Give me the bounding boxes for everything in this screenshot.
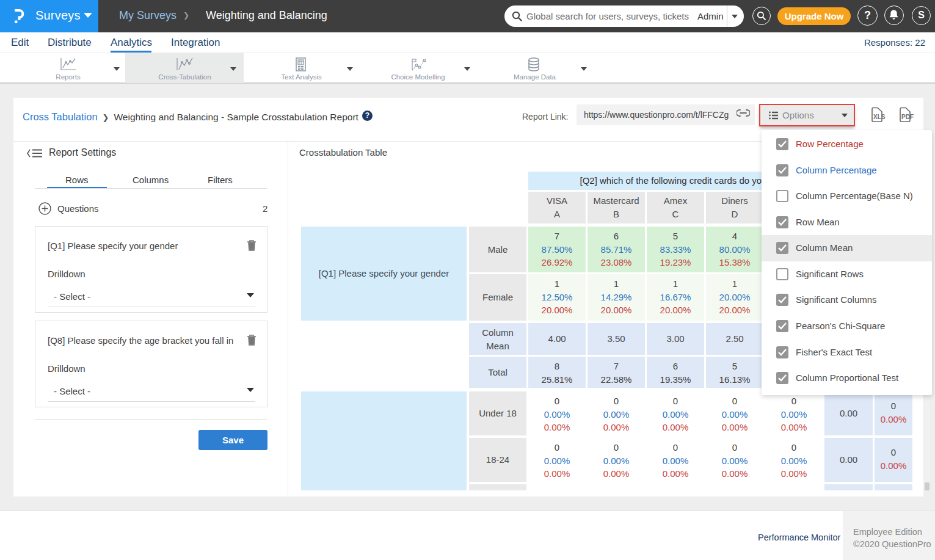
svg-text:PDF: PDF (901, 114, 914, 120)
svg-text:XLS: XLS (873, 114, 886, 120)
